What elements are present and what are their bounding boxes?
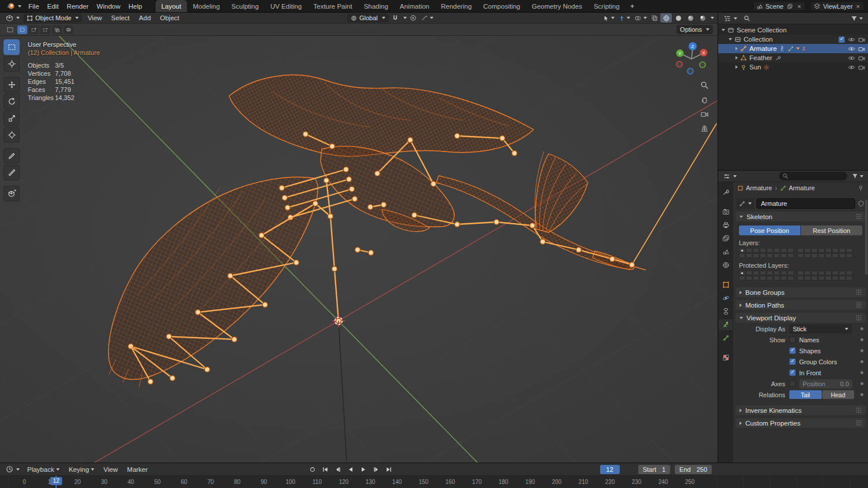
tab-render[interactable] — [719, 206, 733, 217]
tool-add-cube[interactable] — [3, 186, 20, 201]
transform-orientation-dropdown[interactable]: Global — [347, 13, 389, 23]
layer-toggle[interactable] — [832, 248, 838, 253]
snap-dropdown[interactable] — [403, 17, 407, 19]
layer-toggle[interactable] — [797, 248, 804, 253]
layer-toggle[interactable] — [739, 253, 745, 258]
select-mode-extend[interactable] — [29, 25, 39, 34]
bird-mesh[interactable] — [108, 71, 646, 387]
layer-toggle[interactable] — [767, 271, 773, 275]
layer-toggle[interactable] — [774, 276, 780, 280]
layer-toggle[interactable] — [797, 276, 804, 280]
workspace-tab-sculpting[interactable]: Sculpting — [226, 0, 264, 12]
workspace-tab-geometry-nodes[interactable]: Geometry Nodes — [526, 0, 588, 12]
tab-bone[interactable] — [719, 332, 733, 343]
tab-output[interactable] — [719, 220, 733, 231]
animate-dot[interactable] — [860, 360, 863, 363]
layer-toggle[interactable] — [760, 276, 766, 280]
tab-physics[interactable] — [719, 293, 733, 304]
fake-user-shield-icon[interactable] — [858, 200, 865, 207]
layer-toggle[interactable] — [804, 276, 811, 280]
outliner-row-sun[interactable]: Sun — [718, 62, 868, 72]
auto-keyframe-toggle[interactable] — [307, 464, 318, 474]
tool-measure[interactable] — [3, 165, 20, 180]
expand-icon[interactable] — [729, 38, 732, 40]
outliner-filter-button[interactable] — [849, 14, 865, 23]
tab-scene[interactable] — [719, 246, 733, 257]
camera-visibility-icon[interactable] — [858, 64, 865, 71]
animate-dot[interactable] — [860, 327, 863, 330]
timeline-editor-type-button[interactable] — [3, 465, 22, 474]
bone-groups-panel-header[interactable]: Bone Groups — [735, 287, 866, 297]
panel-grip[interactable] — [856, 302, 862, 308]
next-keyframe-button[interactable] — [370, 464, 382, 474]
workspace-tab-animation[interactable]: Animation — [394, 0, 435, 12]
layer-toggle[interactable] — [832, 253, 838, 258]
layer-toggle[interactable] — [746, 253, 752, 258]
layer-toggle[interactable] — [818, 248, 825, 253]
tab-tool[interactable] — [719, 187, 733, 198]
menu-playback[interactable]: Playback — [23, 466, 64, 473]
panel-grip[interactable] — [856, 315, 862, 321]
eye-icon[interactable] — [848, 55, 855, 61]
animate-dot[interactable] — [860, 349, 863, 352]
layer-toggle[interactable] — [739, 276, 745, 280]
layer-toggle[interactable] — [825, 271, 832, 275]
viewport-canvas[interactable]: User Perspective (12) Collection | Armat… — [0, 36, 718, 463]
xray-toggle[interactable] — [649, 13, 660, 23]
relations-head-button[interactable]: Head — [822, 390, 855, 399]
layer-toggle[interactable] — [753, 276, 759, 280]
end-frame-field[interactable]: End 250 — [675, 465, 712, 474]
gizmo-y-negative[interactable] — [700, 62, 705, 68]
blender-logo-icon[interactable] — [3, 0, 24, 12]
unlink-scene-button[interactable]: × — [796, 3, 802, 10]
breadcrumb-data[interactable]: Armature — [789, 184, 815, 191]
scene-selector[interactable]: Scene × — [753, 1, 806, 11]
viewport-editor-type-button[interactable] — [3, 13, 22, 23]
axes-checkbox[interactable] — [789, 380, 796, 387]
layer-toggle[interactable] — [797, 253, 804, 258]
select-mode-invert[interactable] — [52, 25, 62, 34]
select-mode-intersect[interactable] — [64, 25, 73, 34]
snap-toggle[interactable] — [390, 13, 400, 23]
eye-icon[interactable] — [848, 46, 855, 52]
zoom-button[interactable] — [699, 80, 709, 90]
layer-toggle[interactable] — [767, 253, 773, 258]
camera-visibility-icon[interactable] — [858, 55, 865, 61]
navigation-gizmo[interactable]: Z Y X — [671, 38, 712, 79]
animate-dot[interactable] — [860, 382, 863, 385]
layer-toggle[interactable] — [753, 253, 759, 258]
pose-position-button[interactable]: Pose Position — [739, 225, 800, 235]
tab-view-layer[interactable] — [719, 233, 733, 244]
gizmo-z-negative[interactable] — [687, 68, 693, 74]
selectability-dropdown[interactable] — [601, 13, 616, 23]
in-front-checkbox[interactable] — [789, 369, 796, 376]
tab-object-data[interactable] — [719, 319, 733, 330]
camera-visibility-icon[interactable] — [858, 46, 865, 52]
menu-select[interactable]: Select — [107, 14, 134, 21]
layer-toggle[interactable] — [839, 253, 845, 258]
select-mode-new[interactable] — [17, 25, 27, 34]
layer-toggle[interactable] — [839, 248, 845, 253]
expand-icon[interactable] — [735, 47, 738, 50]
outliner-search-button[interactable] — [742, 14, 752, 23]
panel-grip[interactable] — [856, 213, 862, 220]
animate-dot[interactable] — [860, 371, 863, 374]
layer-toggle[interactable] — [811, 248, 818, 253]
menu-window[interactable]: Window — [93, 0, 124, 12]
previous-keyframe-button[interactable] — [332, 464, 344, 474]
expand-icon[interactable] — [735, 65, 738, 69]
overlays-dropdown[interactable] — [632, 13, 649, 23]
layer-toggle[interactable] — [774, 248, 780, 253]
layer-toggle[interactable] — [753, 248, 759, 253]
outliner-row-armature[interactable]: Armature 2 — [718, 44, 868, 53]
layer-toggle[interactable] — [760, 253, 766, 258]
layer-toggle[interactable] — [818, 253, 825, 258]
animate-dot[interactable] — [860, 393, 863, 396]
layer-toggle[interactable] — [781, 271, 787, 275]
collection-exclude-checkbox[interactable] — [838, 36, 845, 43]
tab-object[interactable] — [719, 279, 733, 290]
menu-view[interactable]: View — [100, 466, 122, 473]
jump-to-start-button[interactable] — [319, 464, 331, 474]
menu-object[interactable]: Object — [156, 14, 183, 21]
layer-toggle[interactable] — [846, 248, 852, 253]
